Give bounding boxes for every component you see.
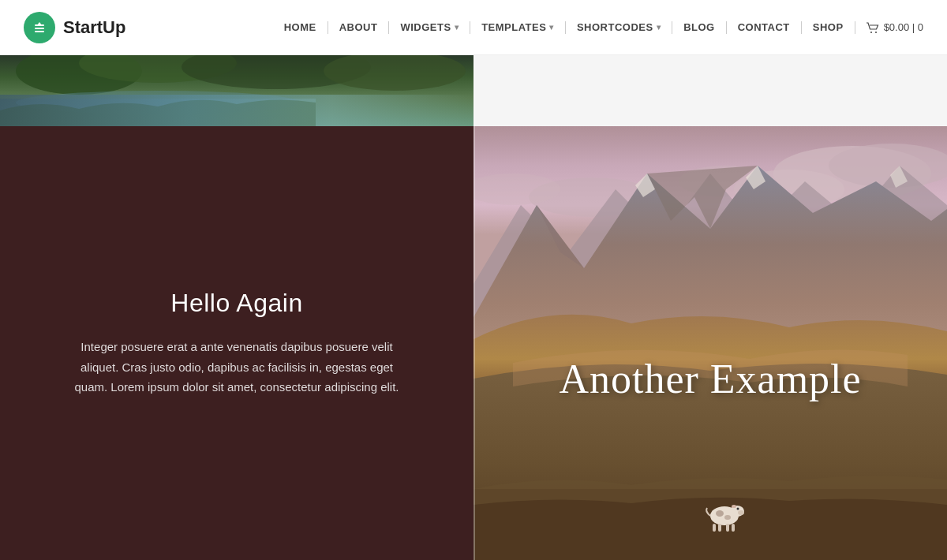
svg-rect-28	[718, 524, 721, 532]
hello-title: Hello Again	[170, 289, 302, 318]
nav-about[interactable]: ABOUT	[328, 21, 389, 33]
svg-point-31	[716, 510, 724, 517]
logo-svg	[31, 19, 48, 36]
main-nav: HOME ABOUT WIDGETS ▾ TEMPLATES ▾ SHORTCO…	[273, 21, 923, 34]
header: StartUp HOME ABOUT WIDGETS ▾ TEMPLATES ▾…	[0, 0, 947, 55]
svg-rect-3	[35, 31, 44, 32]
logo-icon	[24, 12, 55, 43]
svg-rect-12	[0, 99, 316, 126]
another-example-text: Another Example	[559, 356, 861, 402]
svg-point-13	[16, 91, 300, 114]
nav-shop[interactable]: SHOP	[802, 21, 855, 33]
widgets-chevron: ▾	[455, 23, 459, 32]
hello-body: Integer posuere erat a ante venenatis da…	[63, 337, 410, 398]
cow-icon	[701, 494, 748, 533]
svg-point-6	[875, 32, 877, 33]
cart-price: $0.00 | 0	[884, 21, 923, 33]
svg-rect-2	[35, 28, 44, 29]
svg-rect-27	[713, 524, 716, 532]
svg-rect-30	[732, 524, 735, 532]
svg-point-26	[732, 505, 736, 508]
templates-chevron: ▾	[549, 23, 554, 32]
panel-divider	[474, 55, 475, 560]
svg-point-25	[737, 508, 739, 510]
svg-rect-29	[726, 524, 729, 532]
cart-icon	[867, 22, 879, 33]
left-panel: Hello Again Integer posuere erat a ante …	[0, 55, 474, 560]
nav-shortcodes[interactable]: SHORTCODES ▾	[566, 21, 672, 33]
svg-point-32	[724, 515, 731, 520]
cow-area	[701, 494, 748, 536]
right-panel: Another Example	[474, 55, 947, 560]
left-top-image	[0, 55, 474, 126]
logo-text: StartUp	[63, 17, 125, 38]
logo[interactable]: StartUp	[24, 12, 125, 43]
shortcodes-chevron: ▾	[657, 23, 661, 32]
nav-widgets[interactable]: WIDGETS ▾	[389, 21, 470, 33]
nav-blog[interactable]: BLOG	[672, 21, 726, 33]
main-content: Hello Again Integer posuere erat a ante …	[0, 55, 947, 560]
left-text-area: Hello Again Integer posuere erat a ante …	[0, 126, 474, 560]
nav-home[interactable]: HOME	[273, 21, 328, 33]
right-top-area	[474, 55, 947, 126]
nav-contact[interactable]: CONTACT	[727, 21, 801, 33]
svg-point-24	[738, 510, 744, 515]
svg-point-5	[870, 32, 872, 33]
cart-button[interactable]: $0.00 | 0	[855, 21, 923, 33]
nav-templates[interactable]: TEMPLATES ▾	[470, 21, 565, 33]
nature-image-svg	[0, 55, 474, 126]
